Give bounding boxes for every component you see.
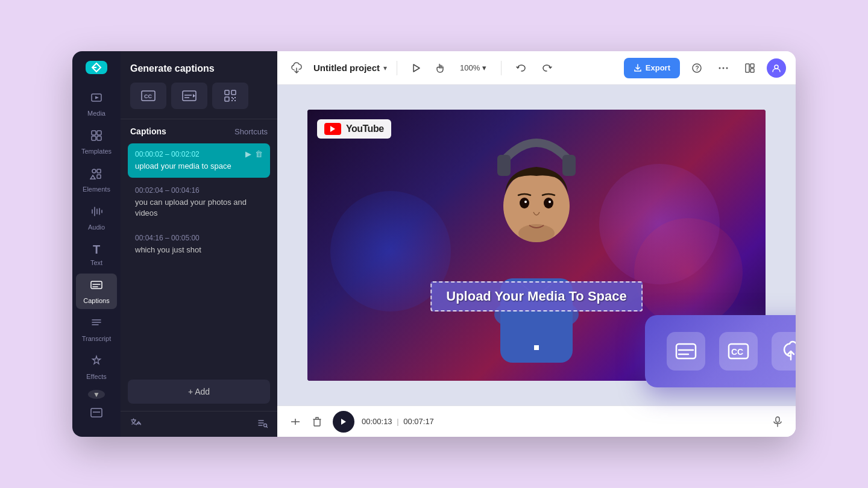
help-button[interactable]: ? (687, 58, 706, 78)
captions-label: Captions (130, 127, 166, 136)
add-caption-button[interactable]: + Add (128, 380, 270, 404)
sidebar-expand-btn[interactable]: ▼ (88, 390, 105, 399)
panel-footer (121, 411, 277, 437)
svg-text:CC: CC (144, 93, 152, 99)
save-to-cloud-button[interactable] (287, 58, 306, 78)
caption-time: 00:00:02 – 00:02:02 ▶ 🗑 (135, 149, 263, 158)
total-time: 00:07:17 (403, 417, 434, 426)
translate-icon[interactable] (130, 418, 141, 431)
sidebar-item-label: Transcript (82, 335, 112, 342)
caption-item[interactable]: 00:02:04 – 00:04:16 you can upload your … (128, 180, 270, 225)
svg-point-41 (726, 67, 728, 69)
topbar-controls: 100% ▾ (407, 58, 491, 78)
svg-marker-36 (414, 64, 420, 72)
caption-overlay-text: Upload Your Media To Space (430, 281, 643, 311)
youtube-icon (324, 123, 341, 135)
sidebar-item-audio[interactable]: Audio (76, 200, 117, 236)
redo-button[interactable] (538, 58, 557, 78)
sidebar-item-captions[interactable]: Captions (76, 274, 117, 309)
svg-rect-4 (92, 136, 96, 140)
svg-text:CC: CC (731, 347, 743, 357)
caption-time: 00:02:04 – 00:04:16 (135, 186, 263, 195)
caption-item[interactable]: 00:04:16 – 00:05:00 which you just shot (128, 228, 270, 261)
app-logo[interactable] (86, 61, 107, 74)
zoom-level-button[interactable]: 100% ▾ (455, 58, 491, 78)
caption-time: 00:04:16 – 00:05:00 (135, 234, 263, 242)
sidebar-item-transcript[interactable]: Transcript (76, 311, 117, 347)
transcript-icon (90, 316, 103, 333)
current-time: 00:00:13 (362, 417, 392, 426)
sidebar-item-elements[interactable]: Elements (76, 162, 117, 198)
templates-icon (90, 129, 103, 145)
shortcuts-label[interactable]: Shortcuts (234, 127, 268, 136)
sidebar: Media Templates (72, 51, 121, 437)
svg-marker-63 (341, 419, 346, 425)
topbar-separator-2 (501, 61, 502, 75)
svg-marker-22 (193, 94, 195, 98)
layout-toggle-button[interactable] (740, 58, 760, 78)
popup-icon-upload (772, 332, 796, 371)
svg-rect-56 (676, 344, 696, 358)
project-name-dropdown[interactable]: Untitled project ▾ (313, 63, 387, 73)
svg-point-53 (544, 198, 553, 208)
sidebar-item-subtitles[interactable] (76, 401, 117, 427)
svg-line-35 (266, 427, 268, 428)
svg-rect-64 (776, 417, 779, 422)
more-options-button[interactable] (714, 58, 733, 78)
microphone-button[interactable] (769, 413, 786, 430)
sidebar-item-label: Audio (88, 224, 105, 231)
audio-icon (90, 205, 103, 221)
sidebar-item-label: Media (87, 110, 105, 117)
caption-item[interactable]: 00:00:02 – 00:02:02 ▶ 🗑 upload your medi… (128, 143, 270, 178)
svg-rect-15 (91, 408, 102, 417)
sidebar-item-effects[interactable]: Effects (76, 349, 117, 385)
captions-icon (90, 278, 103, 295)
svg-rect-5 (97, 136, 101, 140)
sidebar-item-templates[interactable]: Templates (76, 124, 117, 160)
elements-icon (90, 167, 103, 183)
undo-button[interactable] (511, 58, 530, 78)
trim-icon-button[interactable] (287, 413, 304, 430)
popup-icon-subtitles (667, 332, 705, 371)
panel-header: Generate captions CC (121, 51, 277, 119)
text-icon: T (93, 243, 100, 257)
subtitle-style-button[interactable] (171, 83, 207, 109)
caption-time-range: 00:02:04 – 00:04:16 (135, 186, 200, 195)
project-chevron-icon: ▾ (383, 64, 387, 72)
captions-list: 00:00:02 – 00:02:02 ▶ 🗑 upload your medi… (121, 143, 277, 372)
play-mode-button[interactable] (407, 58, 426, 78)
handle-br[interactable] (534, 345, 539, 350)
sidebar-item-label: Templates (81, 148, 112, 155)
youtube-badge: YouTube (317, 119, 391, 139)
scan-button[interactable] (212, 83, 248, 109)
svg-point-55 (549, 201, 551, 203)
svg-rect-24 (231, 90, 236, 95)
svg-rect-27 (231, 97, 233, 98)
caption-delete-icon[interactable]: 🗑 (255, 149, 263, 158)
hand-tool-button[interactable] (431, 58, 450, 78)
video-controls-bar: 00:00:13 | 00:07:17 (277, 405, 796, 437)
search-list-icon[interactable] (257, 418, 268, 431)
svg-rect-28 (234, 100, 236, 101)
user-avatar[interactable] (767, 58, 786, 78)
caption-play-icon[interactable]: ▶ (245, 149, 251, 158)
export-label: Export (646, 63, 670, 72)
svg-point-52 (520, 198, 529, 208)
svg-rect-2 (92, 131, 96, 135)
play-button[interactable] (333, 411, 354, 433)
sidebar-bottom (76, 401, 117, 427)
sidebar-item-text[interactable]: T Text (76, 238, 117, 271)
sidebar-item-media[interactable]: Media (76, 86, 117, 122)
cc-button[interactable]: CC (130, 83, 166, 109)
delete-clip-button[interactable] (309, 413, 326, 430)
project-name: Untitled project (313, 63, 380, 73)
svg-rect-47 (562, 155, 576, 176)
time-separator: | (397, 417, 398, 426)
sidebar-item-label: Captions (83, 297, 109, 304)
svg-rect-9 (91, 281, 102, 289)
svg-rect-8 (97, 175, 101, 178)
topbar: Untitled project ▾ 100% ▾ (277, 51, 796, 85)
zoom-chevron-icon: ▾ (482, 63, 486, 72)
export-button[interactable]: Export (624, 58, 680, 78)
svg-rect-29 (231, 100, 233, 101)
